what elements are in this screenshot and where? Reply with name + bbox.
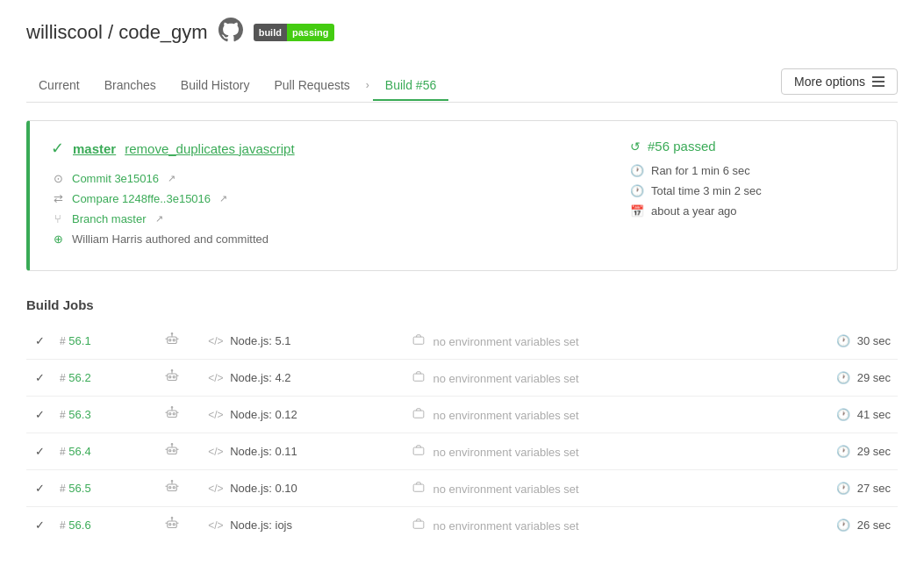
job-time-cell: 🕐 27 sec [763,470,898,507]
time-icon: 🕐 [836,518,850,532]
build-right: ↺ #56 passed 🕐 Ran for 1 min 6 sec 🕐 Tot… [630,139,876,253]
job-node-cell: </> Node.js: 5.1 [201,323,405,360]
env-icon [412,445,428,459]
job-id-link[interactable]: 56.1 [68,334,90,347]
build-title-row: ✓ master remove_duplicates javascript [51,139,595,158]
job-duration: 26 sec [857,518,891,532]
job-hash-cell: # 56.2 [53,360,142,397]
commit-message[interactable]: remove_duplicates javascript [125,141,294,156]
job-hash-cell: # 56.5 [53,470,142,507]
table-row: ✓ # 56.6 </> Node.js: iojs [26,507,898,544]
hash-icon: # [60,446,66,458]
job-id-link[interactable]: 56.3 [68,408,90,421]
commit-hash-icon: ⊙ [51,172,65,185]
branch-name[interactable]: master [73,141,116,156]
job-check-icon: ✓ [26,360,53,397]
clock-icon-ran: 🕐 [630,164,644,177]
nav-bar: Current Branches Build History Pull Requ… [26,68,898,103]
code-icon: </> [208,372,223,384]
time-icon: 🕐 [836,371,850,384]
robot-icon [142,470,201,507]
repo-header: williscool / code_gym build passing [26,18,898,47]
table-row: ✓ # 56.4 </> Node.js: 0.11 [26,433,898,470]
robot-icon [142,360,201,397]
build-left: ✓ master remove_duplicates javascript ⊙ … [51,139,595,253]
env-icon [412,518,428,533]
commit-hash-link[interactable]: Commit 3e15016 [72,172,159,185]
job-check-icon: ✓ [26,323,53,360]
robot-icon [142,433,201,470]
job-id-link[interactable]: 56.5 [68,482,90,495]
repo-title: williscool / code_gym [26,21,208,44]
svg-point-25 [168,450,170,452]
svg-point-42 [173,524,175,526]
branch-icon: ⑂ [51,212,65,225]
svg-point-33 [168,487,170,489]
passed-label: passed [673,139,715,154]
author-icon: ⊕ [51,232,65,246]
svg-rect-15 [413,374,424,381]
tab-build-history[interactable]: Build History [168,71,262,101]
hash-icon: # [60,335,66,347]
hash-icon: # [60,372,66,384]
ran-for-row: 🕐 Ran for 1 min 6 sec [630,164,876,177]
svg-point-44 [171,518,173,519]
job-duration: 41 sec [857,408,891,421]
job-time-cell: 🕐 41 sec [763,397,898,433]
job-id-link[interactable]: 56.6 [68,518,90,532]
env-icon [412,371,428,385]
clock-icon-total: 🕐 [630,184,644,197]
total-time-text: Total time 3 min 2 sec [651,184,762,197]
branch-link[interactable]: Branch master [72,212,147,225]
job-env-text: no environment variables set [433,519,579,533]
job-node-cell: </> Node.js: 0.12 [201,397,405,433]
robot-icon [142,323,201,360]
code-icon: </> [208,335,223,347]
jobs-table: ✓ # 56.1 </> Node.js: 5.1 [26,323,898,543]
env-icon [412,334,428,348]
timestamp-text: about a year ago [651,204,737,218]
code-icon: </> [208,519,223,532]
tab-build-56[interactable]: Build #56 [373,71,448,101]
tab-current[interactable]: Current [26,71,92,101]
repo-owner: williscool [26,21,103,43]
job-hash-cell: # 56.4 [53,433,142,470]
more-options-button[interactable]: More options [781,68,898,95]
repo-name: code_gym [118,21,208,43]
timestamp-row: 📅 about a year ago [630,204,876,218]
code-icon: </> [208,483,223,495]
author-row: ⊕ William Harris authored and committed [51,232,595,246]
job-env-cell: no environment variables set [405,470,763,507]
tab-pull-requests[interactable]: Pull Requests [261,71,362,101]
svg-rect-23 [413,411,424,418]
job-env-text: no environment variables set [433,409,579,422]
tab-branches[interactable]: Branches [92,71,168,101]
compare-ext-icon: ↗ [219,193,227,204]
table-row: ✓ # 56.1 </> Node.js: 5.1 [26,323,898,360]
build-status-row: ↺ #56 passed [630,139,876,154]
author-text: William Harris authored and committed [72,232,269,246]
job-duration: 29 sec [857,445,891,458]
job-check-icon: ✓ [26,470,53,507]
job-node-cell: </> Node.js: 0.10 [201,470,405,507]
job-node: Node.js: iojs [230,518,292,532]
job-node-cell: </> Node.js: 4.2 [201,360,405,397]
job-hash-cell: # 56.3 [53,397,142,433]
job-check-icon: ✓ [26,507,53,544]
table-row: ✓ # 56.3 </> Node.js: 0.12 [26,397,898,433]
hash-icon: # [60,519,66,532]
compare-link[interactable]: Compare 1248ffe..3e15016 [72,192,211,205]
env-icon [412,482,428,496]
time-icon: 🕐 [836,334,850,347]
code-icon: </> [208,446,223,458]
svg-point-36 [171,481,173,483]
job-id-link[interactable]: 56.4 [68,445,90,458]
job-id-link[interactable]: 56.2 [68,371,90,384]
job-env-cell: no environment variables set [405,433,763,470]
svg-point-9 [168,376,170,378]
svg-point-1 [168,340,170,341]
ran-for-text: Ran for 1 min 6 sec [651,164,750,177]
job-time-cell: 🕐 29 sec [763,360,898,397]
build-number: #56 passed [648,139,716,154]
job-env-cell: no environment variables set [405,507,763,544]
